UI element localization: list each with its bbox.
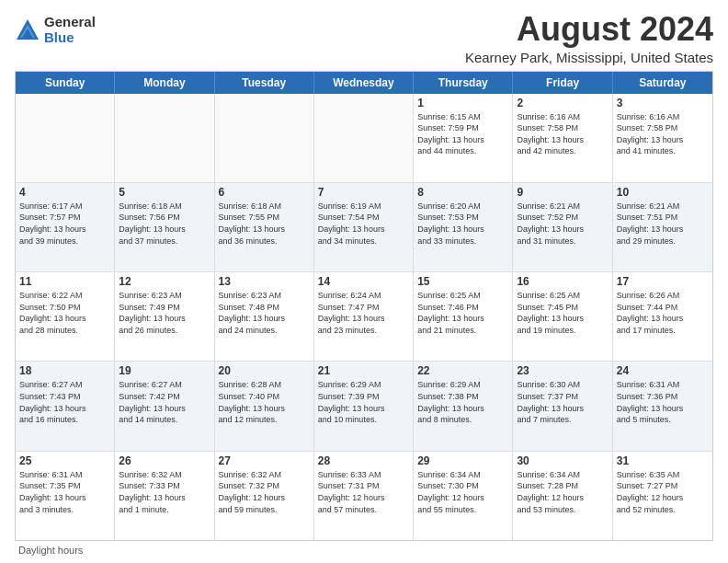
- day-info: Sunrise: 6:15 AMSunset: 7:59 PMDaylight:…: [417, 111, 508, 157]
- cal-week-5: 25Sunrise: 6:31 AMSunset: 7:35 PMDayligh…: [16, 452, 712, 540]
- cal-cell-day-5: 5Sunrise: 6:18 AMSunset: 7:56 PMDaylight…: [115, 183, 214, 271]
- day-number: 7: [318, 186, 409, 199]
- cal-header-monday: Monday: [115, 72, 214, 94]
- day-info: Sunrise: 6:25 AMSunset: 7:46 PMDaylight:…: [417, 290, 508, 336]
- day-info: Sunrise: 6:33 AMSunset: 7:31 PMDaylight:…: [318, 469, 409, 515]
- day-number: 19: [119, 364, 210, 377]
- cal-header-tuesday: Tuesday: [215, 72, 314, 94]
- day-number: 12: [119, 275, 210, 288]
- day-info: Sunrise: 6:18 AMSunset: 7:55 PMDaylight:…: [219, 201, 310, 247]
- day-info: Sunrise: 6:23 AMSunset: 7:48 PMDaylight:…: [219, 290, 310, 336]
- cal-cell-empty: [215, 94, 314, 182]
- day-number: 5: [119, 186, 210, 199]
- day-number: 18: [19, 364, 110, 377]
- cal-cell-day-2: 2Sunrise: 6:16 AMSunset: 7:58 PMDaylight…: [513, 94, 612, 182]
- day-number: 3: [617, 97, 709, 109]
- day-info: Sunrise: 6:35 AMSunset: 7:27 PMDaylight:…: [617, 469, 709, 515]
- cal-cell-empty: [115, 94, 214, 182]
- logo-icon: [15, 17, 40, 43]
- day-number: 30: [517, 454, 608, 467]
- cal-cell-day-15: 15Sunrise: 6:25 AMSunset: 7:46 PMDayligh…: [414, 272, 513, 361]
- cal-cell-day-22: 22Sunrise: 6:29 AMSunset: 7:38 PMDayligh…: [414, 362, 513, 450]
- cal-cell-day-16: 16Sunrise: 6:25 AMSunset: 7:45 PMDayligh…: [513, 272, 612, 361]
- day-number: 22: [417, 364, 508, 377]
- main-title: August 2024: [465, 11, 713, 48]
- cal-cell-day-9: 9Sunrise: 6:21 AMSunset: 7:52 PMDaylight…: [513, 183, 612, 271]
- cal-cell-day-27: 27Sunrise: 6:32 AMSunset: 7:32 PMDayligh…: [215, 452, 314, 540]
- day-info: Sunrise: 6:34 AMSunset: 7:30 PMDaylight:…: [417, 469, 508, 515]
- day-info: Sunrise: 6:27 AMSunset: 7:42 PMDaylight:…: [119, 379, 210, 425]
- day-number: 16: [517, 275, 608, 288]
- day-number: 13: [219, 275, 310, 288]
- day-number: 28: [318, 454, 409, 467]
- cal-cell-day-8: 8Sunrise: 6:20 AMSunset: 7:53 PMDaylight…: [414, 183, 513, 271]
- day-number: 2: [517, 97, 608, 109]
- logo: General Blue: [15, 15, 96, 45]
- day-number: 21: [318, 364, 409, 377]
- cal-cell-day-26: 26Sunrise: 6:32 AMSunset: 7:33 PMDayligh…: [115, 452, 214, 540]
- cal-header-saturday: Saturday: [613, 72, 712, 94]
- cal-cell-day-1: 1Sunrise: 6:15 AMSunset: 7:59 PMDaylight…: [414, 94, 513, 182]
- day-info: Sunrise: 6:31 AMSunset: 7:35 PMDaylight:…: [19, 469, 110, 515]
- day-number: 8: [417, 186, 508, 199]
- day-info: Sunrise: 6:30 AMSunset: 7:37 PMDaylight:…: [517, 379, 608, 425]
- cal-cell-day-29: 29Sunrise: 6:34 AMSunset: 7:30 PMDayligh…: [414, 452, 513, 540]
- cal-cell-day-14: 14Sunrise: 6:24 AMSunset: 7:47 PMDayligh…: [314, 272, 414, 361]
- day-info: Sunrise: 6:17 AMSunset: 7:57 PMDaylight:…: [19, 201, 110, 247]
- day-number: 9: [517, 186, 608, 199]
- day-info: Sunrise: 6:32 AMSunset: 7:33 PMDaylight:…: [119, 469, 210, 515]
- cal-header-thursday: Thursday: [414, 72, 513, 94]
- day-number: 15: [417, 275, 508, 288]
- cal-cell-day-25: 25Sunrise: 6:31 AMSunset: 7:35 PMDayligh…: [16, 452, 115, 540]
- title-block: August 2024 Kearney Park, Mississippi, U…: [465, 11, 713, 65]
- cal-cell-empty: [16, 94, 115, 182]
- day-number: 14: [318, 275, 409, 288]
- day-info: Sunrise: 6:19 AMSunset: 7:54 PMDaylight:…: [318, 201, 409, 247]
- day-number: 24: [617, 364, 709, 377]
- day-info: Sunrise: 6:18 AMSunset: 7:56 PMDaylight:…: [119, 201, 210, 247]
- page: General Blue August 2024 Kearney Park, M…: [0, 0, 728, 563]
- day-info: Sunrise: 6:20 AMSunset: 7:53 PMDaylight:…: [417, 201, 508, 247]
- day-info: Sunrise: 6:16 AMSunset: 7:58 PMDaylight:…: [617, 111, 709, 157]
- header: General Blue August 2024 Kearney Park, M…: [15, 11, 713, 65]
- day-number: 29: [417, 454, 508, 467]
- cal-cell-day-10: 10Sunrise: 6:21 AMSunset: 7:51 PMDayligh…: [613, 183, 712, 271]
- day-number: 25: [19, 454, 110, 467]
- day-number: 4: [19, 186, 110, 199]
- cal-cell-day-12: 12Sunrise: 6:23 AMSunset: 7:49 PMDayligh…: [115, 272, 214, 361]
- day-number: 1: [417, 97, 508, 109]
- logo-blue: Blue: [44, 30, 96, 46]
- cal-cell-day-28: 28Sunrise: 6:33 AMSunset: 7:31 PMDayligh…: [314, 452, 414, 540]
- subtitle: Kearney Park, Mississippi, United States: [465, 50, 713, 65]
- day-info: Sunrise: 6:21 AMSunset: 7:51 PMDaylight:…: [617, 201, 709, 247]
- cal-header-sunday: Sunday: [16, 72, 115, 94]
- day-number: 6: [219, 186, 310, 199]
- day-number: 10: [617, 186, 709, 199]
- cal-header-friday: Friday: [513, 72, 612, 94]
- day-info: Sunrise: 6:21 AMSunset: 7:52 PMDaylight:…: [517, 201, 608, 247]
- cal-cell-day-3: 3Sunrise: 6:16 AMSunset: 7:58 PMDaylight…: [613, 94, 712, 182]
- cal-cell-day-11: 11Sunrise: 6:22 AMSunset: 7:50 PMDayligh…: [16, 272, 115, 361]
- cal-cell-day-4: 4Sunrise: 6:17 AMSunset: 7:57 PMDaylight…: [16, 183, 115, 271]
- cal-cell-day-13: 13Sunrise: 6:23 AMSunset: 7:48 PMDayligh…: [215, 272, 314, 361]
- day-info: Sunrise: 6:22 AMSunset: 7:50 PMDaylight:…: [19, 290, 110, 336]
- day-info: Sunrise: 6:25 AMSunset: 7:45 PMDaylight:…: [517, 290, 608, 336]
- cal-header-wednesday: Wednesday: [314, 72, 414, 94]
- day-number: 11: [19, 275, 110, 288]
- day-number: 26: [119, 454, 210, 467]
- day-info: Sunrise: 6:31 AMSunset: 7:36 PMDaylight:…: [617, 379, 709, 425]
- day-number: 31: [617, 454, 709, 467]
- day-info: Sunrise: 6:29 AMSunset: 7:38 PMDaylight:…: [417, 379, 508, 425]
- day-info: Sunrise: 6:26 AMSunset: 7:44 PMDaylight:…: [617, 290, 709, 336]
- day-info: Sunrise: 6:34 AMSunset: 7:28 PMDaylight:…: [517, 469, 608, 515]
- day-number: 27: [219, 454, 310, 467]
- day-number: 20: [219, 364, 310, 377]
- cal-cell-day-23: 23Sunrise: 6:30 AMSunset: 7:37 PMDayligh…: [513, 362, 612, 450]
- cal-cell-day-21: 21Sunrise: 6:29 AMSunset: 7:39 PMDayligh…: [314, 362, 414, 450]
- cal-cell-day-19: 19Sunrise: 6:27 AMSunset: 7:42 PMDayligh…: [115, 362, 214, 450]
- cal-cell-day-7: 7Sunrise: 6:19 AMSunset: 7:54 PMDaylight…: [314, 183, 414, 271]
- cal-cell-day-24: 24Sunrise: 6:31 AMSunset: 7:36 PMDayligh…: [613, 362, 712, 450]
- day-info: Sunrise: 6:29 AMSunset: 7:39 PMDaylight:…: [318, 379, 409, 425]
- calendar-header: SundayMondayTuesdayWednesdayThursdayFrid…: [16, 72, 712, 94]
- day-info: Sunrise: 6:24 AMSunset: 7:47 PMDaylight:…: [318, 290, 409, 336]
